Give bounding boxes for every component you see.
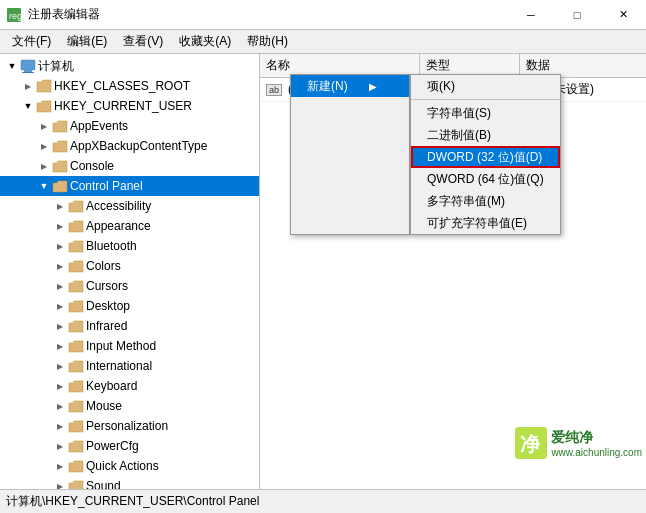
svg-text:regedit: regedit — [9, 11, 22, 21]
expander-appearance[interactable]: ▶ — [52, 218, 68, 234]
expander-console[interactable]: ▶ — [36, 158, 52, 174]
tree-label-quick-actions: Quick Actions — [86, 459, 259, 473]
submenu-item-dword[interactable]: DWORD (32 位)值(D) — [411, 146, 560, 168]
folder-icon-quick-actions — [68, 458, 84, 474]
maximize-button[interactable]: □ — [554, 0, 600, 30]
watermark: 净 爱纯净 www.aichunling.com — [515, 427, 642, 459]
tree-label-international: International — [86, 359, 259, 373]
folder-icon-desktop — [68, 298, 84, 314]
title-bar: regedit 注册表编辑器 ─ □ ✕ — [0, 0, 646, 30]
tree-item-accessibility[interactable]: ▶ Accessibility — [0, 196, 259, 216]
watermark-url: www.aichunling.com — [551, 447, 642, 458]
tree-item-hkcr[interactable]: ▶ HKEY_CLASSES_ROOT — [0, 76, 259, 96]
computer-icon — [20, 58, 36, 74]
context-menu[interactable]: 新建(N) ▶ — [290, 74, 410, 235]
expander-keyboard[interactable]: ▶ — [52, 378, 68, 394]
tree-item-appevents[interactable]: ▶ AppEvents — [0, 116, 259, 136]
expander-hkcr[interactable]: ▶ — [20, 78, 36, 94]
tree-item-colors[interactable]: ▶ Colors — [0, 256, 259, 276]
expander-accessibility[interactable]: ▶ — [52, 198, 68, 214]
svg-rect-2 — [21, 60, 35, 70]
submenu-item-key[interactable]: 项(K) — [411, 75, 560, 97]
watermark-name: 爱纯净 — [551, 429, 593, 445]
tree-label-sound: Sound — [86, 479, 259, 489]
tree-item-control-panel[interactable]: ▼ Control Panel — [0, 176, 259, 196]
svg-rect-3 — [24, 70, 32, 72]
tree-label-cursors: Cursors — [86, 279, 259, 293]
expander-personalization[interactable]: ▶ — [52, 418, 68, 434]
expander-appevents[interactable]: ▶ — [36, 118, 52, 134]
expander-input-method[interactable]: ▶ — [52, 338, 68, 354]
expander-infrared[interactable]: ▶ — [52, 318, 68, 334]
tree-label-mouse: Mouse — [86, 399, 259, 413]
tree-item-cursors[interactable]: ▶ Cursors — [0, 276, 259, 296]
expander-mouse[interactable]: ▶ — [52, 398, 68, 414]
folder-icon-hkcr — [36, 78, 52, 94]
tree-item-computer[interactable]: ▼ 计算机 — [0, 56, 259, 76]
folder-icon-appx — [52, 138, 68, 154]
expander-sound[interactable]: ▶ — [52, 478, 68, 489]
tree-label-appearance: Appearance — [86, 219, 259, 233]
tree-label-keyboard: Keyboard — [86, 379, 259, 393]
menu-file[interactable]: 文件(F) — [4, 31, 59, 52]
tree-item-console[interactable]: ▶ Console — [0, 156, 259, 176]
tree-label-computer: 计算机 — [38, 58, 259, 75]
tree-item-hkcu[interactable]: ▼ HKEY_CURRENT_USER — [0, 96, 259, 116]
tree-item-desktop[interactable]: ▶ Desktop — [0, 296, 259, 316]
folder-icon-control-panel — [52, 178, 68, 194]
folder-icon-console — [52, 158, 68, 174]
folder-icon-bluetooth — [68, 238, 84, 254]
tree-label-control-panel: Control Panel — [70, 179, 259, 193]
folder-icon-hkcu — [36, 98, 52, 114]
menu-view[interactable]: 查看(V) — [115, 31, 171, 52]
tree-item-appx[interactable]: ▶ AppXBackupContentType — [0, 136, 259, 156]
submenu-item-binary[interactable]: 二进制值(B) — [411, 124, 560, 146]
folder-icon-keyboard — [68, 378, 84, 394]
tree-item-appearance[interactable]: ▶ Appearance — [0, 216, 259, 236]
tree-item-quick-actions[interactable]: ▶ Quick Actions — [0, 456, 259, 476]
close-button[interactable]: ✕ — [600, 0, 646, 30]
expander-powercfg[interactable]: ▶ — [52, 438, 68, 454]
menu-help[interactable]: 帮助(H) — [239, 31, 296, 52]
expander-computer[interactable]: ▼ — [4, 58, 20, 74]
expander-colors[interactable]: ▶ — [52, 258, 68, 274]
expander-hkcu[interactable]: ▼ — [20, 98, 36, 114]
submenu-item-qword[interactable]: QWORD (64 位)值(Q) — [411, 168, 560, 190]
submenu-item-string[interactable]: 字符串值(S) — [411, 102, 560, 124]
tree-item-international[interactable]: ▶ International — [0, 356, 259, 376]
tree-item-input-method[interactable]: ▶ Input Method — [0, 336, 259, 356]
expander-desktop[interactable]: ▶ — [52, 298, 68, 314]
folder-icon-international — [68, 358, 84, 374]
tree-item-bluetooth[interactable]: ▶ Bluetooth — [0, 236, 259, 256]
submenu[interactable]: 项(K) 字符串值(S) 二进制值(B) DWORD (32 位)值(D) QW… — [410, 74, 561, 235]
menu-edit[interactable]: 编辑(E) — [59, 31, 115, 52]
context-menu-new[interactable]: 新建(N) ▶ — [291, 75, 409, 97]
submenu-item-expandstring[interactable]: 可扩充字符串值(E) — [411, 212, 560, 234]
tree-item-mouse[interactable]: ▶ Mouse — [0, 396, 259, 416]
minimize-button[interactable]: ─ — [508, 0, 554, 30]
title-controls: ─ □ ✕ — [508, 0, 646, 30]
window-title: 注册表编辑器 — [28, 6, 100, 23]
expander-quick-actions[interactable]: ▶ — [52, 458, 68, 474]
folder-icon-personalization — [68, 418, 84, 434]
tree-label-colors: Colors — [86, 259, 259, 273]
tree-label-powercfg: PowerCfg — [86, 439, 259, 453]
tree-label-console: Console — [70, 159, 259, 173]
tree-label-appx: AppXBackupContentType — [70, 139, 259, 153]
status-text: 计算机\HKEY_CURRENT_USER\Control Panel — [6, 493, 259, 510]
tree-label-hkcu: HKEY_CURRENT_USER — [54, 99, 259, 113]
tree-item-infrared[interactable]: ▶ Infrared — [0, 316, 259, 336]
tree-item-powercfg[interactable]: ▶ PowerCfg — [0, 436, 259, 456]
expander-cursors[interactable]: ▶ — [52, 278, 68, 294]
tree-panel[interactable]: ▼ 计算机 ▶ HKEY_CLASSES_ROOT ▼ — [0, 54, 260, 489]
context-overlay: 新建(N) ▶ 项(K) 字符串值(S) 二进制值(B) DWORD (32 位… — [290, 74, 561, 235]
menu-favorites[interactable]: 收藏夹(A) — [171, 31, 239, 52]
expander-international[interactable]: ▶ — [52, 358, 68, 374]
tree-item-personalization[interactable]: ▶ Personalization — [0, 416, 259, 436]
expander-bluetooth[interactable]: ▶ — [52, 238, 68, 254]
expander-appx[interactable]: ▶ — [36, 138, 52, 154]
tree-item-keyboard[interactable]: ▶ Keyboard — [0, 376, 259, 396]
tree-item-sound[interactable]: ▶ Sound — [0, 476, 259, 489]
submenu-item-multistring[interactable]: 多字符串值(M) — [411, 190, 560, 212]
expander-control-panel[interactable]: ▼ — [36, 178, 52, 194]
